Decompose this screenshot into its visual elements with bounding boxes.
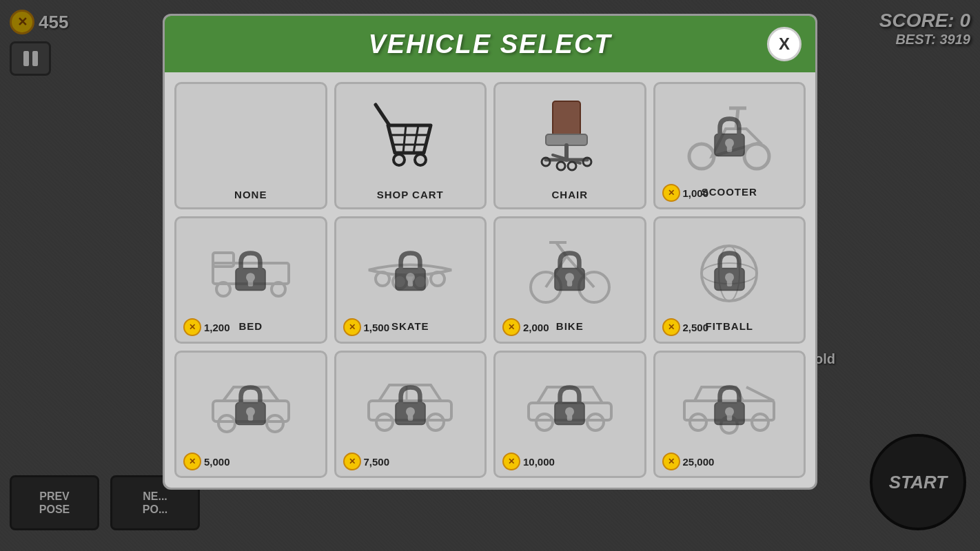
svg-point-5	[394, 154, 405, 165]
cost-coin-car1: ✕	[183, 453, 201, 470]
cost-amount-car4: 25,000	[683, 456, 715, 468]
vehicle-card-car4[interactable]: ✕ 25,000	[653, 351, 806, 478]
cost-coin-car3: ✕	[502, 453, 520, 470]
vehicle-icon-bike	[502, 225, 637, 315]
cost-amount-scooter: 1,000	[683, 187, 709, 199]
cost-amount-car2: 7,500	[364, 456, 390, 468]
vehicle-card-none[interactable]: NONE	[174, 82, 327, 209]
cost-badge-bike: ✕ 2,000	[502, 318, 549, 336]
cost-badge-bed: ✕ 1,200	[183, 318, 230, 336]
svg-rect-76	[727, 414, 732, 420]
cost-amount-car1: 5,000	[204, 456, 230, 468]
svg-point-14	[568, 162, 576, 170]
svg-rect-49	[727, 280, 732, 286]
svg-rect-55	[248, 414, 253, 420]
close-button[interactable]: X	[767, 27, 802, 61]
cost-amount-skate: 1,500	[364, 322, 390, 333]
cost-badge-scooter: ✕ 1,000	[662, 184, 709, 202]
vehicle-name-skate: SKATE	[391, 320, 429, 332]
cost-amount-bed: 1,200	[204, 322, 230, 333]
modal-title: VEHICLE SELECT	[213, 30, 767, 59]
cost-coin-car4: ✕	[662, 453, 680, 470]
vehicle-card-scooter[interactable]: ✕ 1,000 SCOOTER	[653, 82, 806, 209]
cost-coin-bike: ✕	[502, 318, 520, 336]
cost-coin-scooter: ✕	[662, 184, 680, 202]
cost-coin-fitball: ✕	[662, 318, 680, 336]
vehicle-card-shop_cart[interactable]: SHOP CART	[334, 82, 487, 209]
svg-rect-7	[553, 101, 580, 136]
svg-rect-43	[567, 280, 572, 286]
cost-badge-skate: ✕ 1,500	[343, 318, 390, 336]
vehicle-icon-car1	[183, 360, 318, 449]
modal-overlay: VEHICLE SELECT X NONE SHOP CART	[0, 0, 980, 551]
cost-coin-bed: ✕	[183, 318, 201, 336]
vehicle-name-shop_cart: SHOP CART	[377, 189, 444, 200]
cost-badge-car1: ✕ 5,000	[183, 453, 230, 470]
cost-badge-car2: ✕ 7,500	[343, 453, 390, 470]
svg-line-3	[403, 125, 406, 153]
vehicle-card-fitball[interactable]: ✕ 2,500 FITBALL	[653, 216, 806, 344]
vehicle-icon-car2	[343, 360, 478, 449]
cost-amount-fitball: 2,500	[683, 322, 709, 333]
vehicle-card-bike[interactable]: ✕ 2,000 BIKE	[493, 216, 646, 344]
vehicle-card-chair[interactable]: CHAIR	[493, 82, 646, 209]
vehicle-grid: NONE SHOP CART	[174, 82, 806, 478]
vehicle-icon-none	[183, 91, 318, 180]
vehicle-icon-skate	[343, 225, 478, 315]
vehicle-icon-shop_cart	[343, 91, 478, 180]
svg-line-4	[414, 125, 418, 153]
svg-rect-68	[567, 414, 572, 420]
svg-line-0	[376, 105, 389, 125]
svg-point-6	[415, 154, 426, 165]
vehicle-icon-bed	[183, 225, 318, 315]
vehicle-icon-chair	[502, 91, 637, 180]
vehicle-name-scooter: SCOOTER	[702, 186, 757, 198]
modal-header: VEHICLE SELECT X	[165, 16, 815, 72]
vehicle-select-modal: VEHICLE SELECT X NONE SHOP CART	[163, 14, 817, 490]
cost-badge-car4: ✕ 25,000	[662, 453, 715, 470]
svg-point-13	[557, 162, 565, 170]
vehicle-card-bed[interactable]: ✕ 1,200 BED	[174, 216, 327, 344]
svg-rect-62	[408, 414, 413, 420]
svg-rect-36	[408, 280, 413, 286]
cost-coin-skate: ✕	[343, 318, 361, 336]
svg-rect-29	[248, 280, 253, 286]
cost-amount-bike: 2,000	[523, 322, 549, 333]
vehicle-name-none: NONE	[234, 189, 267, 200]
vehicle-name-bed: BED	[238, 320, 263, 332]
vehicle-icon-car3	[502, 360, 637, 449]
cost-badge-fitball: ✕ 2,500	[662, 318, 709, 336]
modal-body[interactable]: NONE SHOP CART	[165, 72, 815, 488]
vehicle-name-fitball: FITBALL	[706, 320, 753, 332]
vehicle-name-chair: CHAIR	[552, 189, 589, 200]
vehicle-card-car2[interactable]: ✕ 7,500	[334, 351, 487, 478]
cost-coin-car2: ✕	[343, 453, 361, 470]
vehicle-card-skate[interactable]: ✕ 1,500 SKATE	[334, 216, 487, 344]
cost-badge-car3: ✕ 10,000	[502, 453, 555, 470]
vehicle-card-car3[interactable]: ✕ 10,000	[493, 351, 646, 478]
vehicle-icon-fitball	[662, 225, 797, 315]
cost-amount-car3: 10,000	[523, 456, 555, 468]
vehicle-name-bike: BIKE	[556, 320, 584, 332]
vehicle-icon-scooter	[662, 91, 797, 180]
svg-rect-22	[727, 145, 732, 152]
vehicle-card-car1[interactable]: ✕ 5,000	[174, 351, 327, 478]
vehicle-icon-car4	[662, 360, 797, 449]
